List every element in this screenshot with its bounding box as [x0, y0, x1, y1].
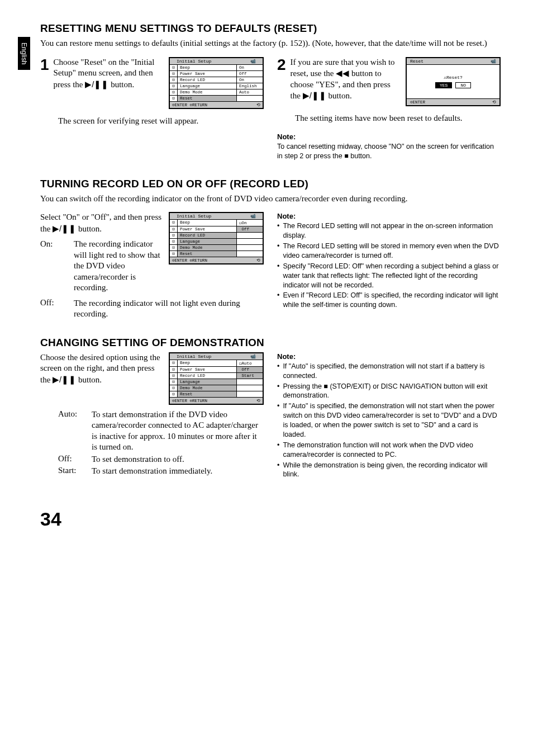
row-icon: ⊡: [170, 251, 178, 257]
row-label: Beep: [178, 220, 237, 226]
language-tab: English: [18, 37, 30, 70]
bullet-icon: •: [277, 382, 279, 401]
row-icon: ⊡: [170, 233, 178, 238]
reset-foot-r: ⟲: [492, 100, 496, 105]
s3-n3: If "Auto" is specified, the demonstratio…: [283, 401, 501, 440]
row-icon: ⊡: [170, 379, 178, 385]
screen1-foot-r: ⟲: [256, 102, 260, 107]
bullet-icon: •: [277, 401, 279, 440]
screen3-foot-r: ⟲: [256, 398, 260, 403]
menu-row: ⊡Language: [170, 239, 263, 245]
s2-lead-b: button.: [76, 224, 102, 233]
s1-note-b: button.: [349, 152, 372, 160]
row-value: [237, 245, 263, 251]
bullet-icon: •: [277, 291, 279, 310]
row-icon: ⊡: [170, 367, 178, 372]
row-icon: ⊡: [170, 391, 178, 397]
record-led-intro: You can switch off the recording indicat…: [40, 193, 501, 205]
bullet-icon: •: [277, 262, 279, 290]
bullet-icon: •: [277, 221, 279, 240]
reset-foot-l: ⊙ENTER: [410, 100, 425, 105]
menu-row: ⊡Power Save Off: [170, 226, 263, 233]
demo-heading: CHANGING SETTING OF DEMONSTRATION: [40, 337, 501, 349]
initial-setup-screen-3: Initial Setup 📹 ⊡Beep◻Auto⊡Power Save Of…: [169, 352, 264, 405]
row-value: [237, 96, 263, 101]
camera-icon: 📹: [250, 59, 256, 64]
row-value: [237, 233, 263, 238]
step1-text-b: button.: [108, 80, 134, 89]
row-label: Language: [178, 379, 237, 385]
row-label: Record LED: [178, 373, 237, 379]
s1-note-a: To cancel resetting midway, choose "NO" …: [277, 143, 494, 160]
row-label: Reset: [178, 251, 237, 257]
auto-text: To start demonstration if the DVD video …: [92, 409, 264, 453]
off-label: Off:: [58, 454, 86, 465]
auto-label: Auto:: [58, 409, 86, 453]
screen3-title: Initial Setup: [177, 354, 211, 359]
stop-icon: ■: [344, 152, 349, 161]
row-value: [237, 239, 263, 244]
reset-title: Reset: [410, 59, 423, 64]
row-icon: ⊡: [170, 245, 178, 251]
camera-icon: 📹: [491, 59, 496, 64]
s2-off-text: The recording indicator will not light e…: [74, 298, 264, 320]
step-1-text: Choose "Reset" on the "Initial Setup" me…: [54, 57, 163, 91]
start-text: To start demonstration immediately.: [92, 466, 212, 477]
row-label: Power Save: [178, 367, 237, 372]
no-button[interactable]: NO: [455, 82, 471, 88]
row-icon: ⊡: [170, 77, 178, 83]
row-value: Auto: [237, 89, 263, 95]
row-icon: ⊡: [170, 220, 178, 226]
row-value: Off: [237, 367, 263, 372]
row-label: Demo Mode: [178, 89, 237, 95]
camera-icon: 📹: [250, 354, 256, 359]
menu-row: ⊡Reset: [170, 251, 263, 257]
page-number: 34: [40, 508, 501, 530]
play-pause-icon: ▶/❚❚: [303, 90, 326, 101]
row-value: [237, 379, 263, 385]
step-2-follow: The setting items have now been reset to…: [277, 113, 501, 124]
menu-row: ⊡Beep◻On: [170, 220, 263, 226]
off-text: To set demonstration to off.: [92, 454, 184, 465]
row-value: Start: [237, 373, 263, 379]
row-value: [237, 385, 263, 391]
menu-row: ⊡Demo Mode: [170, 245, 263, 251]
row-label: Beep: [178, 360, 237, 366]
s2-on-text: The recording indicator will light red t…: [74, 239, 163, 294]
row-icon: ⊡: [170, 239, 178, 244]
row-label: Record LED: [178, 233, 237, 238]
row-icon: ⊡: [170, 385, 178, 391]
menu-row: ⊡Record LED: [170, 233, 263, 239]
step-1-number: 1: [40, 57, 49, 73]
step2-text-c: button.: [326, 91, 352, 100]
s3-n5: While the demonstration is being given, …: [283, 461, 501, 480]
row-icon: ⊡: [170, 360, 178, 366]
screen1-title: Initial Setup: [177, 59, 211, 64]
start-label: Start:: [58, 466, 86, 477]
bullet-icon: •: [277, 362, 279, 381]
row-value: English: [237, 83, 263, 89]
row-label: Power Save: [178, 226, 237, 232]
row-value: Off: [237, 226, 263, 232]
initial-setup-screen-1: Initial Setup 📹 ⊡BeepOn⊡Power SaveOff⊡Re…: [169, 57, 264, 109]
screen1-foot-l: ⊙ENTER ⊙RETURN: [172, 102, 207, 107]
row-icon: ⊡: [170, 89, 178, 95]
s3-lead-b: button.: [76, 375, 102, 384]
yes-button[interactable]: YES: [435, 82, 452, 88]
record-led-heading: TURNING RECORD LED ON OR OFF (RECORD LED…: [40, 178, 501, 190]
menu-row: ⊡Demo Mode: [170, 385, 263, 391]
row-label: Reset: [178, 96, 237, 101]
screen3-foot-l: ⊙ENTER ⊙RETURN: [172, 398, 207, 403]
s3-n2: Pressing the ■ (STOP/EXIT) or DISC NAVIG…: [283, 382, 501, 401]
row-icon: ⊡: [170, 71, 178, 77]
reset-confirm-screen: Reset 📹 ⚠Reset? YES NO ⊙ENTER: [406, 57, 501, 106]
screen2-foot-l: ⊙ENTER ⊙RETURN: [172, 258, 207, 263]
menu-row: ⊡Power Save Off: [170, 367, 263, 373]
s3-n1: If "Auto" is specified, the demonstratio…: [283, 362, 501, 381]
s1-note-heading: Note:: [277, 133, 501, 141]
row-label: Record LED: [178, 77, 237, 83]
row-label: Demo Mode: [178, 385, 237, 391]
s2-lead: Select "On" or "Off", and then press the…: [40, 212, 163, 294]
row-label: Beep: [178, 65, 237, 70]
menu-row: ⊡Demo ModeAuto: [170, 89, 263, 96]
